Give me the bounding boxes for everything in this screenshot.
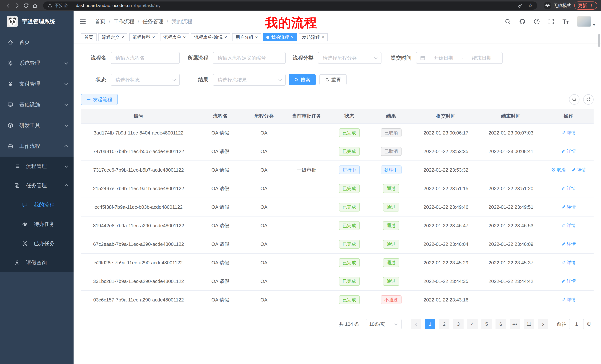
sidebar-item-process-management[interactable]: 流程管理 (0, 157, 74, 176)
cell-current-task[interactable] (283, 198, 330, 216)
sidebar-item-infrastructure[interactable]: 基础设施 (0, 94, 74, 115)
detail-link[interactable]: 详情 (561, 204, 576, 210)
address-bar[interactable]: 不安全 dashboard.yudao.iocoder.cn/bpm/task/… (43, 1, 537, 10)
breadcrumb-item[interactable]: 工作流程 (114, 18, 134, 25)
detail-link[interactable]: 详情 (561, 148, 576, 154)
github-icon[interactable] (519, 18, 525, 25)
page-button[interactable]: ••• (510, 319, 520, 329)
tab-close-icon[interactable] (291, 35, 293, 39)
cell-current-task[interactable] (283, 142, 330, 161)
tab[interactable]: 发起流程 (299, 33, 328, 41)
sidebar-item-label: 请假查询 (26, 259, 47, 266)
cell-current-task[interactable] (283, 253, 330, 272)
tab-close-icon[interactable] (152, 35, 155, 39)
result-select[interactable]: 请选择流结果 (213, 74, 286, 86)
fullscreen-icon[interactable] (548, 18, 554, 25)
sidebar-item-workflow[interactable]: 工作流程 (0, 136, 74, 157)
font-size-icon[interactable]: TT (562, 18, 569, 25)
breadcrumb-item[interactable]: 首页 (95, 18, 105, 25)
cell-current-task[interactable] (283, 290, 330, 309)
sidebar-item-todo-tasks[interactable]: 待办任务 (0, 214, 74, 234)
cell-current-task[interactable] (283, 272, 330, 290)
search-button[interactable]: 搜索 (289, 74, 316, 85)
tab-close-icon[interactable] (183, 35, 186, 39)
tab[interactable]: 流程定义 (99, 33, 127, 41)
detail-link[interactable]: 详情 (561, 259, 576, 266)
forward-button[interactable] (13, 1, 21, 10)
detail-link[interactable]: 详情 (571, 167, 586, 173)
page-button[interactable]: 3 (453, 319, 464, 329)
user-menu[interactable]: ▾ (577, 16, 595, 27)
detail-link[interactable]: 详情 (561, 241, 576, 247)
tab[interactable]: 用户分组 (232, 33, 261, 41)
page-button[interactable]: 11 (524, 319, 534, 329)
collapse-sidebar-icon[interactable] (80, 18, 86, 25)
toggle-search-button[interactable] (569, 94, 580, 105)
cell-end-time: 2022-01-22 23:49:51 (478, 198, 543, 216)
parent-process-input[interactable] (213, 52, 286, 64)
avatar[interactable] (577, 16, 591, 27)
cell-current-task[interactable] (283, 179, 330, 198)
scrollbar-thumb[interactable] (598, 34, 600, 47)
cell-name: OA 请假 (196, 198, 244, 216)
scissors-icon (22, 240, 28, 246)
browser-menu-icon[interactable]: ⋮ (589, 3, 594, 8)
page-button[interactable]: 2 (439, 319, 450, 329)
detail-link[interactable]: 详情 (561, 130, 576, 136)
cancel-link[interactable]: 取消 (551, 167, 566, 173)
tab-close-icon[interactable] (322, 35, 324, 39)
status-select[interactable]: 请选择状态 (111, 74, 180, 86)
page-size-select[interactable]: 10条/页 (366, 319, 401, 329)
sidebar-item-payment[interactable]: 支付管理 (0, 74, 74, 94)
detail-link[interactable]: 详情 (561, 278, 576, 284)
sidebar-item-leave-query[interactable]: 请假查询 (0, 253, 74, 272)
cell-current-task[interactable] (283, 124, 330, 142)
next-page-button[interactable] (538, 319, 548, 329)
page-button[interactable]: 4 (467, 319, 478, 329)
tab[interactable]: 我的流程 (263, 33, 297, 41)
refresh-table-button[interactable] (583, 94, 594, 105)
page-button[interactable]: 6 (496, 319, 506, 329)
help-icon[interactable] (534, 18, 540, 25)
tab[interactable]: 首页 (81, 33, 97, 41)
tab[interactable]: 流程模型 (129, 33, 158, 41)
reset-button[interactable]: 重置 (320, 74, 347, 85)
tab[interactable]: 流程表单 (160, 33, 189, 41)
cell-current-task[interactable] (283, 216, 330, 235)
detail-link[interactable]: 详情 (561, 222, 576, 228)
cell-id: 2152467e-7b9b-11ec-9a1b-acde48001122 (81, 179, 196, 198)
search-icon[interactable] (505, 18, 511, 25)
tab-close-icon[interactable] (224, 35, 227, 39)
process-name-input[interactable] (111, 52, 180, 64)
browser-home-button[interactable] (30, 1, 39, 10)
create-process-button[interactable]: 发起流程 (81, 94, 118, 105)
breadcrumb-item[interactable]: 任务管理 (143, 18, 163, 25)
detail-link[interactable]: 详情 (561, 297, 576, 303)
sidebar-item-done-tasks[interactable]: 已办任务 (0, 234, 74, 253)
bookmark-star-icon[interactable]: ☆ (528, 3, 533, 8)
category-select[interactable]: 请选择流程分类 (318, 52, 381, 64)
detail-link[interactable]: 详情 (561, 185, 576, 191)
cell-current-task[interactable] (283, 235, 330, 253)
tab-close-icon[interactable] (255, 35, 258, 39)
prev-page-button[interactable] (411, 319, 421, 329)
password-key-icon[interactable] (518, 3, 523, 8)
page-button[interactable]: 5 (481, 319, 492, 329)
goto-page-input[interactable] (569, 319, 584, 329)
reload-button[interactable] (21, 1, 30, 10)
sidebar-item-home[interactable]: 首页 (0, 32, 74, 53)
sidebar-item-devtools[interactable]: 研发工具 (0, 115, 74, 136)
cell-result: 已取消 (369, 124, 413, 142)
sidebar-item-task-management[interactable]: 任务管理 (0, 176, 74, 195)
tags-view: 首页 流程定义 流程模型 流程表单 流程表单-编辑 (74, 32, 601, 43)
sidebar-item-system[interactable]: 系统管理 (0, 53, 74, 74)
back-button[interactable] (4, 1, 13, 10)
sidebar-item-my-process[interactable]: 我的流程 (0, 195, 74, 214)
cell-current-task[interactable]: 一级审批 (283, 161, 330, 179)
update-button[interactable]: 更新 ⋮ (574, 1, 597, 10)
submit-time-range-picker[interactable]: 开始日期 - 结束日期 (416, 52, 502, 64)
page-button[interactable]: 1 (425, 319, 435, 329)
tab-close-icon[interactable] (121, 35, 124, 39)
tab[interactable]: 流程表单-编辑 (191, 33, 230, 41)
submit-time-label: 提交时间 (381, 54, 416, 61)
